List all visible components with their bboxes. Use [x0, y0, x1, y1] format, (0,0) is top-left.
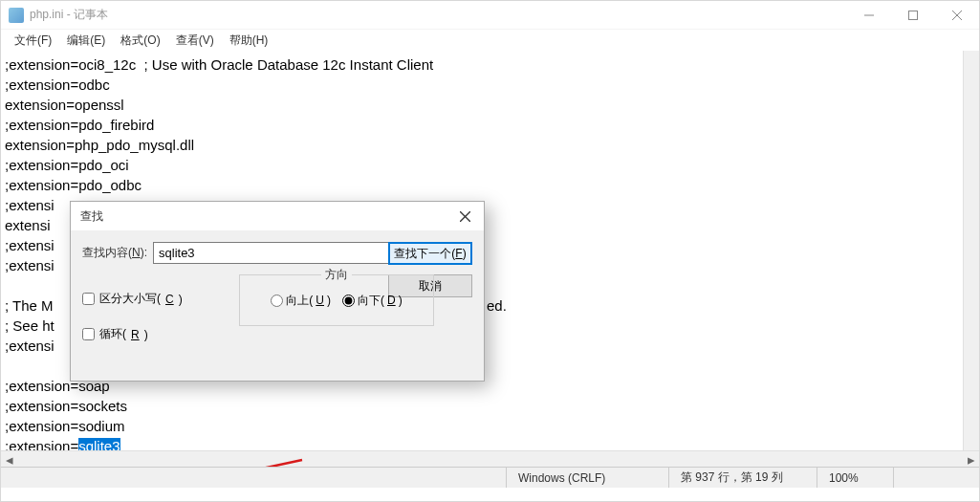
minimize-button[interactable]	[847, 1, 891, 30]
notepad-icon	[9, 8, 24, 23]
menu-file[interactable]: 文件(F)	[7, 31, 59, 51]
radio-up[interactable]: 向上(U)	[271, 293, 331, 309]
checkbox-wrap[interactable]: 循环(R)	[82, 326, 472, 342]
status-empty	[893, 468, 979, 488]
editor-line: ;extension=odbc	[5, 75, 975, 95]
window-title: php.ini - 记事本	[30, 7, 847, 23]
menu-format[interactable]: 格式(O)	[113, 31, 167, 51]
window-titlebar: php.ini - 记事本	[1, 1, 979, 30]
status-encoding: Windows (CRLF)	[506, 468, 668, 488]
vertical-scrollbar[interactable]	[963, 51, 979, 450]
radio-down[interactable]: 向下(D)	[342, 293, 403, 309]
svg-rect-1	[909, 11, 918, 19]
find-next-button[interactable]: 查找下一个(F)	[388, 242, 472, 265]
editor-line: extension=openssl	[5, 95, 975, 115]
editor-line: ;extension=sockets	[5, 396, 975, 416]
status-position: 第 937 行，第 19 列	[668, 468, 817, 488]
scroll-right-icon[interactable]: ▸	[963, 451, 979, 468]
find-close-button[interactable]	[451, 206, 478, 227]
menu-edit[interactable]: 编辑(E)	[59, 31, 113, 51]
editor-line: ;extension=sodium	[5, 416, 975, 436]
direction-group: 方向 向上(U) 向下(D)	[239, 274, 434, 326]
status-zoom: 100%	[817, 468, 893, 488]
scrollbar-track[interactable]	[17, 451, 963, 468]
editor-line: ;extension=oci8_12c ; Use with Oracle Da…	[5, 55, 975, 75]
menu-help[interactable]: 帮助(H)	[222, 31, 276, 51]
find-dialog: 查找 查找内容(N): 查找下一个(F) 取消 方向 向上(U) 向下(D) 区…	[70, 201, 485, 382]
text-fragment: ed.	[487, 297, 507, 314]
status-bar: Windows (CRLF) 第 937 行，第 19 列 100%	[1, 467, 979, 488]
find-label: 查找内容(N):	[82, 245, 147, 261]
scroll-left-icon[interactable]: ◂	[1, 451, 17, 468]
direction-legend: 方向	[321, 267, 352, 283]
window-controls	[847, 1, 979, 30]
maximize-button[interactable]	[891, 1, 935, 30]
editor-line: extension=php_pdo_mysql.dll	[5, 135, 975, 155]
editor-line: ;extension=pdo_firebird	[5, 115, 975, 135]
find-dialog-title: 查找	[80, 208, 451, 225]
menu-bar: 文件(F) 编辑(E) 格式(O) 查看(V) 帮助(H)	[1, 30, 979, 51]
menu-view[interactable]: 查看(V)	[168, 31, 222, 51]
find-dialog-titlebar[interactable]: 查找	[71, 202, 484, 230]
close-button[interactable]	[935, 1, 979, 30]
horizontal-scrollbar[interactable]: ◂ ▸	[1, 450, 979, 467]
editor-line: ;extension=pdo_odbc	[5, 175, 975, 195]
editor-line: ;extension=pdo_oci	[5, 155, 975, 175]
